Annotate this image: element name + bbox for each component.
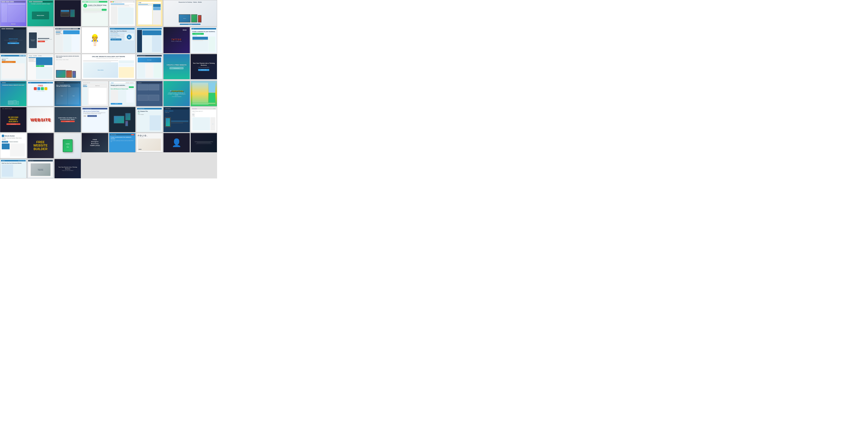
tile-pc-cleaner[interactable]: ≡ PC Cleaner Pro PC Cleaner Pro 24/7 Onl…: [136, 107, 163, 132]
tile-online-builder-software[interactable]: ONLINE WEBSITE BUILDER SOFTWARE Comparin…: [82, 54, 135, 79]
website-3d-text: WEBSITE: [30, 118, 51, 122]
tile-website-editor[interactable]: Website Preview: [82, 81, 108, 106]
pc-cleaner-label: PC Cleaner Pro: [138, 110, 161, 112]
tile-dashboard[interactable]: [54, 27, 81, 53]
tile-facebook-shop[interactable]: f Set up your shop Why not set up a Face…: [82, 107, 108, 132]
tile-company-name[interactable]: Your Company Name Hero Image: [136, 54, 163, 79]
tile-mix-fusion[interactable]: Mix Fusion: [136, 27, 163, 53]
tile-builder-character[interactable]: 👷 YOURWEBSITE: [82, 27, 108, 53]
person-icon: 👤: [172, 138, 182, 148]
tile-dark-biz[interactable]: [190, 133, 217, 153]
tile-mobile-config[interactable]: NEW WEBSITE MOBILE WEBSITE Configuration: [163, 107, 190, 132]
tile-pc-smartphone-tablet[interactable]: [190, 81, 217, 106]
tile-build-own-free[interactable]: website We're here to help Build Your Ow…: [0, 159, 27, 179]
tile-folio[interactable]: FOLIO. PHOTOGRAPHY MANU: [136, 133, 163, 153]
tile-engineering[interactable]: Engineering Engineering &Programming: [27, 159, 54, 179]
sitebuilder-label: A simple, powerful website creator: [28, 3, 53, 5]
tile-dark-person[interactable]: 👤: [163, 133, 190, 153]
tile-wb-box[interactable]: builder⌂free: [54, 133, 81, 158]
tile-templates-dark[interactable]: Templates: [136, 81, 163, 106]
passion2-label: Turn Your Passion into a Thriving Busine…: [56, 166, 79, 170]
your-website-text: YOURWEBSITE: [93, 42, 97, 46]
tile-passion-business[interactable]: Turn Your Passion into a Thriving Busine…: [190, 54, 217, 79]
everything-label: EVERYTHING YOU NEED TO CR...AN EXCEPTION…: [58, 117, 77, 120]
ucoz-free-label: FREE: [38, 85, 43, 87]
folio-label: FOLIO.: [138, 135, 161, 137]
tile-website-3d[interactable]: WEBSITE: [27, 107, 54, 132]
tile-devices-dark[interactable]: [109, 107, 135, 132]
tile-responsive-devices[interactable]: Responsive for Desktop · Tablets · Mobil…: [163, 0, 217, 26]
tile-free-wb-dark[interactable]: FREEWEBSITE BUILDER: [27, 133, 54, 158]
tile-mobirise[interactable]: MOBIRISE MOBIRISE MOBILE WEBSITE BUILDER: [0, 81, 27, 106]
tile-ucoz[interactable]: uCoz GET STARTED FREE Build your free we…: [27, 81, 54, 106]
tile-build-responsive[interactable]: Build amazing responsive websites with a…: [54, 54, 81, 79]
tile-tattoo[interactable]: TATTOO BODY PIERCING Enter: [163, 27, 190, 53]
90sec-label: 90 SECONDWEBSITEBUILDER 8: [8, 116, 19, 123]
tile-free-designer-templates[interactable]: FREEDesignerBusinessTEMPLATES: [82, 133, 108, 153]
passion-title: Turn Your Passion into a Thriving Busine…: [193, 62, 215, 66]
gogo-label: ⚙️GoStartToday: [170, 90, 183, 92]
tile-jimdo[interactable]: Jimdo Simply great websites. Over 1,000 …: [109, 81, 135, 106]
tile-mi-pagina[interactable]: Mi página personal: [109, 0, 135, 26]
tile-idiy-business[interactable]: idiy Create a website for your business.…: [190, 27, 217, 53]
tile-dark-screens[interactable]: [54, 0, 81, 26]
tile-make-your-own[interactable]: VideoBlasts Make Your Own Free Website C…: [109, 27, 135, 53]
tile-create-free-ocean[interactable]: CREATE A FREE WEBSITE Get Started Free: [163, 54, 190, 79]
tile-website-welcome[interactable]: website Welcome back Maryn Preview websi…: [0, 54, 27, 80]
tile-passion-business-2[interactable]: Turn Your Passion into a Thriving Busine…: [54, 159, 81, 179]
tattoo-title: TATTOO: [172, 38, 182, 41]
tile-pro-free-website[interactable]: Website Builder NEW Create a professiona…: [109, 133, 135, 153]
tile-small-builder[interactable]: Small Website Builder ‹ › SELL YOUR PROD…: [54, 81, 81, 106]
moonfruit-label: Hello Prince de la V...: [192, 110, 215, 112]
tile-90sec-builder[interactable]: 90 SEC WEBSITE BUILDER 90 SECONDWEBSITEB…: [0, 107, 27, 132]
small-builder-label: SELL YOUR PRODUCTSONLINE SHOPPING CART: [56, 85, 79, 87]
online-builder-title: ONLINE WEBSITE BUILDER SOFTWARE: [83, 56, 133, 58]
pro-free-label: Create a professional, free website in m…: [111, 137, 134, 140]
tile-ws-builder[interactable]: □ Website Builder Get online. Grow your …: [0, 133, 27, 158]
tile-professional-man[interactable]: ProfessionalBusiness Sign Up: [27, 27, 54, 53]
tile-sitejam[interactable]: SiteJam: [0, 0, 27, 26]
tile-moonfruit[interactable]: ⊛ moonfruit ▲ Save Hello Prince de la V.…: [190, 107, 217, 132]
tile-category[interactable]: Category Sub Matter Biz Matter Select: [27, 54, 54, 80]
facebook-shop-label: Why not set up a Facebook Shop?: [83, 110, 106, 112]
tile-blue-builder[interactable]: WEBSITE BUILDER Professional templates G…: [0, 27, 27, 53]
tile-everything-need[interactable]: EVERYTHING YOU NEED TO CR...AN EXCEPTION…: [54, 107, 81, 132]
tile-create-free-website[interactable]: ✦ Create a Free Website Today Start by s…: [82, 0, 108, 26]
create-free-label: CREATE A FREE WEBSITE: [167, 64, 187, 66]
jimdo-label: Simply great websites.: [111, 85, 134, 86]
tile-gogo-start[interactable]: ⚙️GoStartToday SURPRISINGLY SIMPLE, FREE…: [163, 81, 190, 106]
free-wb-label: FREEWEBSITE BUILDER: [28, 140, 53, 151]
image-grid: SiteJam A simple, powerful website creat…: [0, 0, 217, 179]
sitejam-label: SiteJam: [1, 23, 26, 25]
ws-builder-title: Website Builder: [4, 135, 15, 137]
mobirise-label: MOBIRISE MOBILE WEBSITE BUILDER: [2, 85, 24, 86]
builder-emoji: 👷: [91, 34, 99, 42]
tile-logo-builder[interactable]: Logo: [136, 0, 163, 26]
enter-label: Enter: [183, 29, 187, 31]
tile-sitebuilder[interactable]: A simple, powerful website creator Websi…: [27, 0, 54, 26]
free-designer-label: FREEDesignerBusinessTEMPLATES: [90, 139, 100, 147]
build-own-label: Build Your Own Free Professional Website: [2, 163, 25, 164]
tattoo-subtitle: BODY PIERCING: [171, 41, 182, 42]
